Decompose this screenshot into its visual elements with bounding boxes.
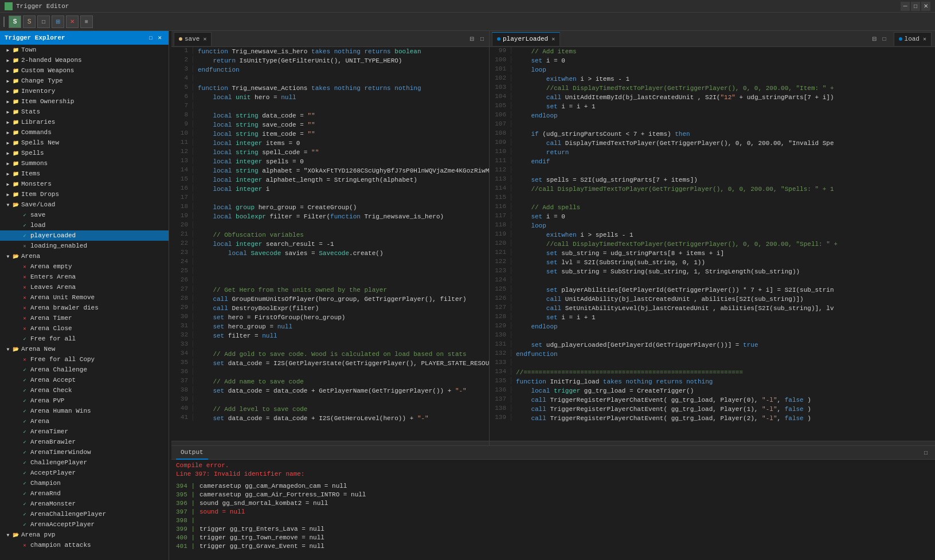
tree-item-arena-new[interactable]: ▼📂Arena New [0, 344, 169, 354]
folder-icon: 📁 [11, 180, 19, 188]
tree-item-arena-timer[interactable]: ✕Arena Timer [0, 313, 169, 323]
code-line: 133 [490, 359, 935, 368]
tree-item-arena-pvp2[interactable]: ▼📂Arena pvp [0, 530, 169, 540]
load-tab[interactable]: load ✕ [894, 32, 932, 46]
toolbar-btn2[interactable]: S [23, 15, 36, 28]
line-number: 2 [171, 56, 193, 63]
toolbar-btn6[interactable]: ≡ [80, 15, 93, 28]
tree-item-summons[interactable]: ▶📁Summons [0, 158, 169, 169]
tree-arrow-spacer [14, 232, 21, 239]
tree-item-champion-attacks[interactable]: ✕champion attacks [0, 540, 169, 550]
toolbar-btn3[interactable]: □ [37, 15, 50, 28]
line-number: 5 [171, 84, 193, 91]
save-tab[interactable]: save ✕ [174, 32, 212, 46]
toolbar-save-btn[interactable]: S [9, 15, 21, 28]
tree-item-leaves-arena[interactable]: ✕Leaves Arena [0, 282, 169, 292]
tree-item-town[interactable]: ▶📁Town [0, 45, 169, 55]
tree-item-inventory[interactable]: ▶📁Inventory [0, 86, 169, 96]
tree-item-champion[interactable]: ✓Champion [0, 478, 169, 488]
output-content[interactable]: Compile error. Line 397: Invalid identif… [171, 460, 935, 560]
tree-arrow-spacer [14, 242, 21, 249]
tree-item-arena-pvp[interactable]: ✓Arena PVP [0, 395, 169, 406]
tree-item-change-type[interactable]: ▶📁Change Type [0, 76, 169, 86]
tree-item-arena-accept-player[interactable]: ✓ArenaAcceptPlayer [0, 519, 169, 530]
tree-item-enters-arena[interactable]: ✕Enters Arena [0, 272, 169, 282]
tree-item-load[interactable]: ✓load [0, 220, 169, 230]
save-code-editor[interactable]: 1function Trig_newsave_is_hero takes not… [171, 47, 489, 441]
tree-item-item-ownership[interactable]: ▶📁Item Ownership [0, 96, 169, 107]
tree-item-arena-human-wins[interactable]: ✓Arena Human Wins [0, 406, 169, 416]
folder-icon: 📂 [11, 531, 19, 539]
tree-item-free-for-all-copy[interactable]: ✕Free for all Copy [0, 354, 169, 365]
minimize-button[interactable]: ─ [901, 2, 910, 11]
code-line: 113 set spells = S2I(udg_stringParts[7 +… [490, 175, 935, 185]
tree-item-save[interactable]: ✓save [0, 210, 169, 220]
save-panel-split-btn[interactable]: ⊟ [467, 34, 476, 44]
title-text: Trigger Editor [16, 3, 901, 10]
panel-collapse-btn[interactable]: □ [147, 34, 155, 42]
tree-item-arena-timer2[interactable]: ✓ArenaTimer [0, 426, 169, 437]
tree-item-arena[interactable]: ▼📂Arena [0, 251, 169, 261]
playerloaded-tab-close[interactable]: ✕ [551, 36, 555, 42]
tree-item-2-handed[interactable]: ▶📁2-handed Weapons [0, 55, 169, 65]
playerloaded-hscroll[interactable] [490, 441, 935, 445]
tree-item-arena-timer-window[interactable]: ✓ArenaTimerWindow [0, 447, 169, 457]
tree-item-arena-unit-remove[interactable]: ✕Arena Unit Remove [0, 292, 169, 303]
tree-item-arena-empty[interactable]: ✕Arena empty [0, 261, 169, 272]
panel-pin-btn[interactable]: ✕ [156, 34, 164, 42]
tree-arrow: ▶ [5, 119, 11, 126]
restore-button[interactable]: □ [911, 2, 920, 11]
tree-item-arena-rnd[interactable]: ✓ArenaRnd [0, 488, 169, 499]
tree-item-save-load[interactable]: ▼📂Save/Load [0, 199, 169, 210]
output-tab[interactable]: Output [176, 446, 208, 460]
tree-item-arena-brawler2[interactable]: ✓ArenaBrawler [0, 437, 169, 447]
tree-item-arena-check[interactable]: ✓Arena Check [0, 385, 169, 395]
tree-item-arena2[interactable]: ✓Arena [0, 416, 169, 426]
playerloaded-code-editor[interactable]: 99 // Add items100 set i = 0101 loop102 … [490, 47, 935, 441]
playerloaded-tab-dot [497, 37, 500, 41]
tree-item-accept-player[interactable]: ✓AcceptPlayer [0, 468, 169, 478]
tree-item-monsters[interactable]: ▶📁Monsters [0, 179, 169, 189]
output-line-content: trigger gg_trg_Enters_Lava = null [199, 526, 324, 532]
close-button[interactable]: ✕ [921, 2, 930, 11]
line-number: 122 [490, 258, 511, 265]
tree-item-arena-brawler-dies[interactable]: ✕Arena brawler dies [0, 303, 169, 313]
tree-item-spells[interactable]: ▶📁Spells [0, 148, 169, 158]
playerloaded-editor-panel: playerLoaded ✕ ⊟ □ load ✕ [490, 31, 935, 445]
tree-label: Free for all [30, 335, 76, 342]
load-tab-close[interactable]: ✕ [923, 36, 926, 42]
tree-item-stats[interactable]: ▶📁Stats [0, 107, 169, 117]
save-tab-close[interactable]: ✕ [203, 36, 206, 42]
toolbar-btn5[interactable]: ✕ [66, 15, 79, 28]
tree-item-arena-accept[interactable]: ✓Arena Accept [0, 375, 169, 385]
tree-item-playerLoaded[interactable]: ✓playerLoaded [0, 230, 169, 241]
playerloaded-tab[interactable]: playerLoaded ✕ [492, 32, 560, 46]
toolbar-btn4[interactable]: ⊞ [52, 15, 64, 28]
playerloaded-panel-max-btn[interactable]: □ [880, 34, 889, 44]
tree-label: Enters Arena [30, 273, 76, 280]
tree-item-custom-weapons[interactable]: ▶📁Custom Weapons [0, 65, 169, 76]
line-content: set data_code = data_code + GetPlayerNam… [193, 386, 469, 395]
tree-item-commands[interactable]: ▶📁Commands [0, 127, 169, 138]
tree-label: ChallengePlayer [30, 459, 87, 466]
tree-label: save [30, 212, 45, 218]
tree-item-arena-monster[interactable]: ✓ArenaMonster [0, 499, 169, 509]
tree-item-arena-close[interactable]: ✕Arena Close [0, 323, 169, 334]
playerloaded-panel-split-btn[interactable]: ⊟ [870, 34, 879, 44]
save-hscroll[interactable] [171, 441, 489, 445]
tree-item-arena-challenge-player[interactable]: ✓ArenaChallengePlayer [0, 509, 169, 519]
tree-item-loading-enabled[interactable]: ✕loading_enabled [0, 241, 169, 251]
code-line: 18 local group hero_group = CreateGroup(… [171, 203, 489, 212]
tree-label: Arena pvp [21, 531, 55, 538]
tree-item-items[interactable]: ▶📁Items [0, 169, 169, 179]
tree-item-spells-new[interactable]: ▶📁Spells New [0, 138, 169, 148]
output-panel-max-btn[interactable]: □ [921, 448, 930, 457]
tree-item-item-drops[interactable]: ▶📁Item Drops [0, 189, 169, 199]
save-panel-max-btn[interactable]: □ [478, 34, 487, 44]
tree-item-challenge-player[interactable]: ✓ChallengePlayer [0, 457, 169, 468]
tree-container[interactable]: ▶📁Town▶📁2-handed Weapons▶📁Custom Weapons… [0, 45, 169, 560]
tree-item-free-for-all[interactable]: ✓Free for all [0, 334, 169, 344]
tree-item-arena-challenge[interactable]: ✓Arena Challenge [0, 365, 169, 375]
tree-item-libraries[interactable]: ▶📁Libraries [0, 117, 169, 127]
line-number: 136 [490, 386, 511, 393]
